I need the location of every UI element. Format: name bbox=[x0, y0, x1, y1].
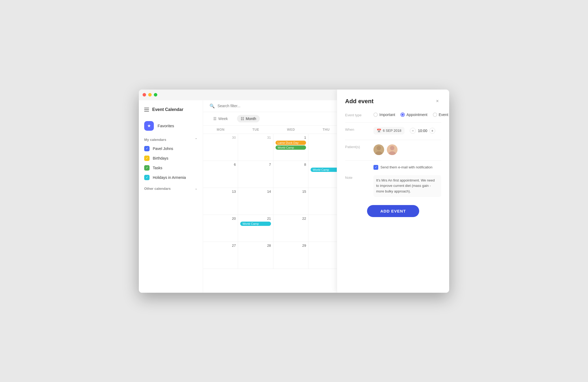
note-row: Note It's Mrs An first appointment. We n… bbox=[345, 175, 441, 197]
time-increase-button[interactable]: + bbox=[429, 128, 435, 134]
my-calendars-label: My calendars bbox=[144, 138, 166, 142]
date-picker[interactable]: 📅 6 SEP 2018 bbox=[373, 127, 404, 134]
event-type-important-label: Important bbox=[379, 113, 395, 117]
day-number: 7 bbox=[240, 163, 271, 167]
table-row[interactable]: 1Lame Duck DayWorld Camp bbox=[273, 134, 308, 161]
event-type-appointment[interactable]: Appointment bbox=[400, 113, 427, 117]
list-item[interactable]: World Camp bbox=[276, 145, 306, 150]
table-row[interactable]: 6 bbox=[203, 161, 238, 188]
month-view-button[interactable]: ☷ Month bbox=[237, 115, 260, 122]
day-number: 1 bbox=[276, 136, 306, 140]
radio-important[interactable] bbox=[373, 113, 378, 117]
search-icon: 🔍 bbox=[209, 103, 215, 109]
star-icon: ★ bbox=[144, 121, 154, 131]
radio-event[interactable] bbox=[433, 113, 437, 117]
table-row[interactable]: 21World Camp bbox=[238, 215, 273, 242]
time-decrease-button[interactable]: − bbox=[410, 128, 416, 134]
day-header-tue: TUE bbox=[238, 126, 273, 134]
patients-label: Patient(s) bbox=[345, 144, 369, 149]
day-number: 13 bbox=[205, 190, 236, 194]
table-row[interactable]: 14 bbox=[238, 188, 273, 215]
when-controls: 📅 6 SEP 2018 − 10:00 + bbox=[373, 127, 441, 134]
day-number: 30 bbox=[205, 136, 236, 140]
send-email-checkbox[interactable]: ✓ bbox=[373, 165, 378, 170]
event-type-appointment-label: Appointment bbox=[406, 113, 427, 117]
add-event-panel: Add event × Event type Important Appoint… bbox=[337, 90, 449, 293]
minimize-dot[interactable] bbox=[148, 93, 152, 97]
birthdays-checkbox[interactable]: ✓ bbox=[144, 156, 150, 161]
pavel-johns-label: Pavel Johns bbox=[153, 146, 173, 151]
app-window: Event Calendar ★ Favorites My calendars … bbox=[139, 90, 449, 293]
day-number: 6 bbox=[205, 163, 236, 167]
event-type-row: Event type Important Appointment Event bbox=[345, 113, 441, 117]
patient-avatar-2[interactable] bbox=[387, 144, 398, 155]
other-calendars-chevron-icon[interactable]: ⌄ bbox=[195, 187, 197, 190]
pavel-johns-checkbox[interactable]: ✓ bbox=[144, 146, 150, 151]
favorites-label: Favorites bbox=[158, 124, 174, 128]
table-row[interactable]: 13 bbox=[203, 188, 238, 215]
sidebar-item-holidays[interactable]: ✓ Holidays in Armenia bbox=[139, 173, 203, 182]
send-email-label: Send them e-mail with notification bbox=[380, 165, 432, 169]
day-header-wed: WED bbox=[273, 126, 308, 134]
close-dot[interactable] bbox=[143, 93, 146, 97]
calendar-icon: 📅 bbox=[377, 129, 381, 133]
sidebar-item-tasks[interactable]: ✓ Tasks bbox=[139, 163, 203, 173]
table-row[interactable]: 22 bbox=[273, 215, 308, 242]
add-event-button[interactable]: ADD EVENT bbox=[367, 205, 419, 217]
day-number: 31 bbox=[240, 136, 271, 140]
event-type-label: Event type bbox=[345, 113, 369, 117]
table-row[interactable]: 28 bbox=[238, 242, 273, 269]
my-calendars-chevron-icon[interactable]: ⌃ bbox=[195, 138, 197, 141]
patient-avatar-1[interactable] bbox=[373, 144, 384, 155]
day-number: 15 bbox=[276, 190, 306, 194]
week-label: Week bbox=[218, 117, 228, 121]
day-number: 20 bbox=[205, 217, 236, 221]
day-number: 14 bbox=[240, 190, 271, 194]
time-value: 10:00 bbox=[418, 129, 427, 133]
svg-point-3 bbox=[389, 151, 396, 155]
note-text[interactable]: It's Mrs An first appointment. We need t… bbox=[373, 175, 441, 197]
table-row[interactable]: 20 bbox=[203, 215, 238, 242]
table-row[interactable]: 7 bbox=[238, 161, 273, 188]
send-email-row: ✓ Send them e-mail with notification bbox=[345, 165, 441, 170]
svg-point-2 bbox=[390, 146, 394, 150]
holidays-checkbox[interactable]: ✓ bbox=[144, 175, 150, 180]
month-label: Month bbox=[246, 117, 256, 121]
table-row[interactable]: 31 bbox=[238, 134, 273, 161]
table-row[interactable]: 15 bbox=[273, 188, 308, 215]
table-row[interactable]: 27 bbox=[203, 242, 238, 269]
svg-point-1 bbox=[375, 151, 382, 155]
svg-point-0 bbox=[377, 146, 381, 150]
patients-row: Patient(s) bbox=[345, 144, 441, 155]
day-number: 29 bbox=[276, 244, 306, 248]
when-row: When 📅 6 SEP 2018 − 10:00 + bbox=[345, 127, 441, 134]
table-row[interactable]: 29 bbox=[273, 242, 308, 269]
list-item[interactable]: World Camp bbox=[240, 222, 271, 226]
close-button[interactable]: × bbox=[434, 98, 441, 105]
table-row[interactable]: 8 bbox=[273, 161, 308, 188]
tasks-checkbox[interactable]: ✓ bbox=[144, 165, 150, 171]
radio-appointment[interactable] bbox=[400, 113, 405, 117]
other-calendars-section: Other calendars ⌄ bbox=[139, 182, 203, 193]
sidebar-item-favorites[interactable]: ★ Favorites bbox=[139, 118, 203, 133]
birthdays-label: Birthdays bbox=[153, 156, 168, 160]
day-number: 28 bbox=[240, 244, 271, 248]
event-types: Important Appointment Event bbox=[373, 113, 448, 117]
hamburger-icon[interactable] bbox=[144, 108, 149, 111]
fullscreen-dot[interactable] bbox=[154, 93, 157, 97]
event-type-event[interactable]: Event bbox=[433, 113, 448, 117]
sidebar-item-birthdays[interactable]: ✓ Birthdays bbox=[139, 153, 203, 163]
sidebar-item-pavel-johns[interactable]: ✓ Pavel Johns bbox=[139, 144, 203, 153]
list-item[interactable]: Lame Duck Day bbox=[276, 141, 306, 145]
my-calendars-section: My calendars ⌃ bbox=[139, 133, 203, 144]
week-view-button[interactable]: ☰ Week bbox=[209, 115, 232, 122]
when-label: When bbox=[345, 127, 369, 132]
day-number: 21 bbox=[240, 217, 271, 221]
panel-header: Add event × bbox=[345, 98, 441, 105]
event-type-event-label: Event bbox=[439, 113, 448, 117]
panel-title: Add event bbox=[345, 98, 373, 105]
time-control: − 10:00 + bbox=[410, 128, 435, 134]
sidebar-header: Event Calendar bbox=[139, 103, 203, 118]
table-row[interactable]: 30 bbox=[203, 134, 238, 161]
event-type-important[interactable]: Important bbox=[373, 113, 395, 117]
